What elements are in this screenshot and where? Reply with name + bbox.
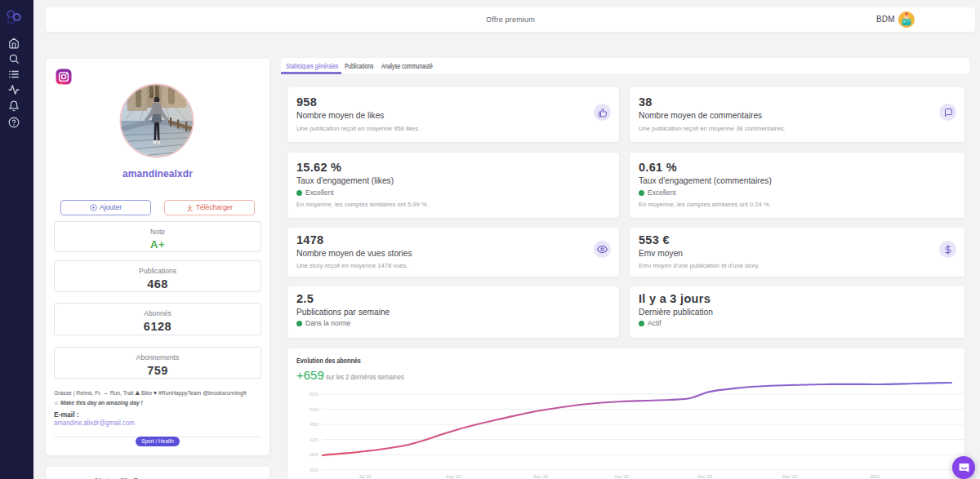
svg-text:5400: 5400 [310, 407, 318, 412]
svg-text:Aug '20: Aug '20 [446, 474, 461, 479]
svg-text:Jul '20: Jul '20 [359, 474, 372, 479]
svg-text:Nov '20: Nov '20 [697, 474, 712, 479]
svg-text:3600: 3600 [310, 452, 318, 457]
svg-text:4800: 4800 [310, 422, 318, 427]
svg-text:Dec '20: Dec '20 [782, 474, 797, 479]
svg-text:4200: 4200 [310, 437, 318, 442]
svg-text:Oct '20: Oct '20 [614, 474, 628, 479]
svg-text:6000: 6000 [310, 392, 318, 397]
svg-text:2021: 2021 [870, 474, 880, 479]
svg-text:Sep '20: Sep '20 [533, 474, 548, 479]
svg-text:3000: 3000 [310, 468, 318, 472]
